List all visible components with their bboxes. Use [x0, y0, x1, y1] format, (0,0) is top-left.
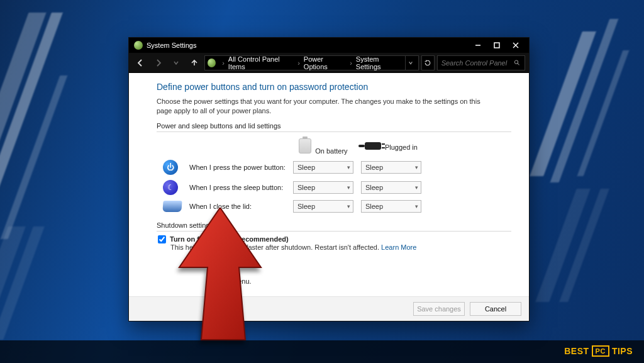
nav-forward-button[interactable] [151, 55, 167, 71]
learn-more-link[interactable]: Learn More [381, 243, 416, 251]
search-input[interactable] [441, 59, 512, 67]
chevron-down-icon: ▾ [347, 164, 350, 170]
sleep-button-plugged-in-dropdown[interactable]: Sleep▾ [361, 181, 421, 194]
power-button-on-battery-dropdown[interactable]: Sleep▾ [293, 161, 353, 174]
nav-history-dropdown[interactable] [169, 55, 184, 71]
refresh-button[interactable] [421, 55, 435, 70]
sleep-button-on-battery-dropdown[interactable]: Sleep▾ [293, 181, 353, 194]
fast-startup-description: This helps start your PC faster after sh… [170, 243, 511, 251]
chevron-down-icon: ▾ [347, 184, 350, 191]
lid-plugged-in-dropdown[interactable]: Sleep▾ [361, 200, 421, 213]
watermark: BEST PC TIPS [564, 345, 633, 357]
plug-icon [365, 142, 381, 150]
close-button[interactable] [506, 39, 525, 52]
breadcrumb-system-settings[interactable]: System Settings [356, 55, 402, 70]
svg-line-5 [518, 63, 519, 65]
chevron-down-icon: ▾ [415, 164, 418, 170]
col-on-battery: On battery [315, 147, 347, 155]
group-power-sleep-lid: Power and sleep buttons and lid settings [157, 122, 511, 132]
power-settings-table: On battery Plugged in When I press the p… [159, 136, 425, 215]
breadcrumb-power-options[interactable]: Power Options [304, 55, 346, 70]
battery-icon [299, 138, 311, 154]
navigation-bar: › All Control Panel Items › Power Option… [129, 53, 529, 73]
dialog-footer: Save changes Cancel [129, 296, 529, 321]
group-shutdown-settings: Shutdown settings [157, 221, 511, 232]
obscured-text-1: Power menu. [207, 257, 511, 265]
col-plugged-in: Plugged in [385, 143, 418, 151]
fast-startup-row[interactable]: Turn on fast startup (recommended) [158, 235, 511, 243]
nav-up-button[interactable] [187, 55, 203, 71]
search-box[interactable] [437, 55, 525, 70]
power-options-icon [134, 41, 143, 50]
row-power-button-label: When I press the power button: [186, 157, 289, 177]
page-heading: Define power buttons and turn on passwor… [157, 82, 511, 92]
search-icon [514, 59, 521, 67]
minimize-button[interactable] [469, 39, 487, 52]
bottom-band [0, 340, 644, 363]
lid-on-battery-dropdown[interactable]: Sleep▾ [293, 200, 353, 213]
breadcrumb-root[interactable]: All Control Panel Items [228, 55, 294, 70]
svg-point-4 [515, 60, 518, 64]
content-area: Define power buttons and turn on passwor… [129, 73, 529, 296]
address-dropdown-icon[interactable] [405, 56, 416, 70]
titlebar[interactable]: System Settings [129, 38, 529, 53]
system-settings-window: System Settings › All Control Panel Item… [128, 37, 530, 321]
chevron-down-icon: ▾ [415, 203, 418, 209]
page-description: Choose the power settings that you want … [157, 97, 484, 116]
save-changes-button[interactable]: Save changes [413, 302, 465, 316]
row-sleep-button-label: When I press the sleep button: [186, 177, 289, 198]
address-bar[interactable]: › All Control Panel Items › Power Option… [204, 55, 419, 70]
cancel-button[interactable]: Cancel [470, 302, 521, 316]
svg-rect-1 [494, 43, 499, 48]
chevron-down-icon: ▾ [415, 184, 418, 191]
chevron-down-icon: ▾ [347, 203, 350, 209]
row-lid-label: When I close the lid: [186, 198, 289, 215]
control-panel-icon [208, 59, 216, 67]
sleep-button-icon [163, 180, 178, 195]
fast-startup-label: Turn on fast startup (recommended) [170, 235, 289, 243]
lid-icon [162, 201, 182, 212]
nav-back-button[interactable] [133, 55, 148, 71]
window-title: System Settings [147, 42, 469, 49]
obscured-text-2: menu. [232, 277, 511, 285]
power-button-icon [163, 160, 178, 175]
fast-startup-checkbox[interactable] [158, 235, 166, 243]
power-button-plugged-in-dropdown[interactable]: Sleep▾ [361, 161, 421, 174]
maximize-button[interactable] [487, 39, 506, 52]
